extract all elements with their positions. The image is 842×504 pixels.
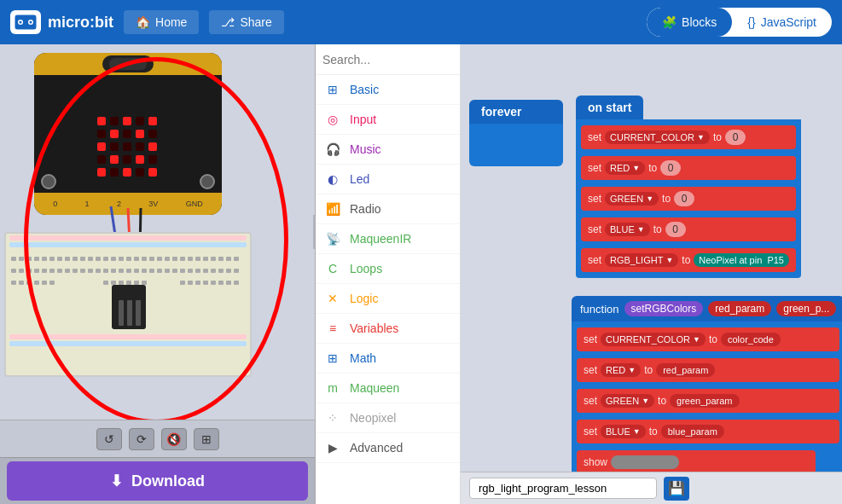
maqueen-category-label: Maqueen [350, 381, 399, 395]
settings-button[interactable]: ⊞ [194, 428, 219, 450]
home-label: Home [155, 15, 187, 29]
block-set-red[interactable]: set RED ▼ to 0 [581, 156, 796, 180]
mb-top-bar [34, 53, 222, 75]
category-item-neopixel[interactable]: ⁘Neopixel [316, 403, 460, 433]
math-category-label: Math [350, 351, 376, 365]
block-fn-set-green[interactable]: set GREEN ▼ to green_param [577, 389, 839, 413]
svg-rect-79 [134, 281, 139, 285]
function-block[interactable]: function setRGBColors red_param green_p.… [572, 296, 842, 480]
svg-rect-67 [226, 269, 231, 273]
category-item-led[interactable]: ◐Led [316, 165, 460, 194]
blocks-mode-button[interactable]: 🧩 Blocks [647, 8, 732, 37]
svg-rect-63 [195, 269, 200, 273]
block-fn-set-current[interactable]: set CURRENT_COLOR ▼ to color_code [577, 327, 839, 351]
mode-toggle: 🧩 Blocks {} JavaScript [647, 8, 832, 37]
filename-input[interactable] [469, 478, 657, 499]
svg-rect-25 [134, 257, 139, 261]
svg-rect-91 [127, 300, 132, 326]
logo-area: micro:bit [10, 10, 113, 34]
input-category-icon: ◎ [324, 111, 341, 128]
radio-category-icon: 📶 [324, 200, 341, 217]
mb-btn-b[interactable] [200, 174, 215, 189]
restart-button[interactable]: ↺ [96, 428, 122, 450]
maqueenIR-category-label: MaqueenIR [350, 232, 411, 246]
svg-rect-33 [195, 257, 200, 261]
block-set-rgb-light[interactable]: set RGB_LIGHT ▼ to NeoPixel at pin P15 [581, 248, 796, 272]
svg-rect-44 [49, 269, 55, 273]
svg-rect-76 [111, 281, 116, 285]
mb-btn-a[interactable] [41, 174, 56, 189]
collapse-arrow[interactable]: ‹ [313, 215, 315, 249]
share-button[interactable]: ⎇ Share [209, 10, 283, 34]
category-item-input[interactable]: ◎Input [316, 105, 460, 135]
sim-controls: ↺ ⟳ 🔇 ⊞ [0, 420, 315, 457]
mb-face [102, 55, 154, 72]
category-item-basic[interactable]: ⊞Basic [316, 75, 460, 105]
svg-rect-49 [88, 269, 93, 273]
block-set-green[interactable]: set GREEN ▼ to 0 [581, 187, 796, 211]
advanced-category-icon: ▶ [324, 439, 341, 456]
block-set-current-color[interactable]: set CURRENT_COLOR ▼ to 0 [581, 125, 796, 149]
share-label: Share [240, 15, 271, 29]
category-item-maqueenIR[interactable]: 📡MaqueenIR [316, 224, 460, 254]
category-item-math[interactable]: ⊞Math [316, 344, 460, 374]
save-button[interactable]: 💾 [664, 477, 689, 501]
logic-category-label: Logic [350, 292, 378, 305]
svg-rect-42 [34, 269, 39, 273]
svg-rect-16 [65, 257, 70, 261]
mute-button[interactable]: 🔇 [161, 428, 187, 450]
category-item-maqueen[interactable]: mMaqueen [316, 374, 460, 403]
svg-rect-26 [142, 257, 147, 261]
breadboard: /* dots drawn below */ [4, 232, 252, 377]
mb-buttons [34, 174, 222, 189]
mb-led-grid [97, 117, 159, 178]
reload-button[interactable]: ⟳ [129, 428, 154, 450]
svg-rect-23 [119, 257, 124, 261]
sim-content: 0123VGND /* dots drawn below [0, 44, 315, 420]
led-category-label: Led [350, 172, 369, 186]
svg-rect-83 [195, 281, 200, 285]
svg-rect-59 [165, 269, 170, 273]
block-fn-show[interactable]: show [577, 450, 816, 474]
block-fn-set-red[interactable]: set RED ▼ to red_param [577, 358, 839, 382]
javascript-mode-button[interactable]: {} JavaScript [732, 8, 832, 37]
block-fn-set-blue[interactable]: set BLUE ▼ to blue_param [577, 420, 839, 443]
svg-rect-86 [218, 281, 224, 285]
on-start-block[interactable]: on start set CURRENT_COLOR ▼ to 0 set RE… [576, 96, 801, 278]
block-set-blue[interactable]: set BLUE ▼ to 0 [581, 217, 796, 241]
forever-block[interactable]: forever [469, 100, 563, 166]
function-header: function setRGBColors red_param green_p.… [572, 296, 842, 322]
search-area: 🔍 [316, 44, 460, 75]
svg-rect-40 [19, 269, 24, 273]
svg-rect-90 [119, 300, 124, 326]
download-icon: ⬇ [110, 472, 123, 490]
svg-rect-47 [73, 269, 78, 273]
category-item-radio[interactable]: 📶Radio [316, 194, 460, 224]
svg-rect-35 [211, 257, 216, 261]
svg-rect-37 [226, 257, 231, 261]
category-item-advanced[interactable]: ▶Advanced [316, 433, 460, 463]
svg-rect-13 [42, 257, 47, 261]
category-item-loops[interactable]: CLoops [316, 254, 460, 284]
category-item-music[interactable]: 🎧Music [316, 135, 460, 165]
neopixel-category-icon: ⁘ [324, 409, 341, 426]
svg-rect-74 [49, 281, 55, 285]
forever-header: forever [469, 100, 563, 124]
svg-rect-78 [126, 281, 131, 285]
radio-category-label: Radio [350, 202, 381, 216]
svg-rect-80 [142, 281, 147, 285]
search-input[interactable] [322, 53, 461, 67]
logo-text: micro:bit [48, 14, 113, 32]
svg-rect-70 [19, 281, 24, 285]
workspace-panel[interactable]: forever on start set CURRENT_COLOR ▼ to … [461, 44, 842, 504]
svg-rect-85 [211, 281, 216, 285]
svg-point-3 [20, 21, 22, 24]
category-item-logic[interactable]: ✕Logic [316, 284, 460, 314]
category-item-variables[interactable]: ≡Variables [316, 314, 460, 344]
home-button[interactable]: 🏠 Home [124, 10, 199, 34]
download-label: Download [131, 472, 205, 490]
download-button[interactable]: ⬇ Download [7, 461, 308, 501]
advanced-category-label: Advanced [350, 441, 403, 455]
svg-rect-29 [165, 257, 170, 261]
led-category-icon: ◐ [324, 171, 341, 188]
